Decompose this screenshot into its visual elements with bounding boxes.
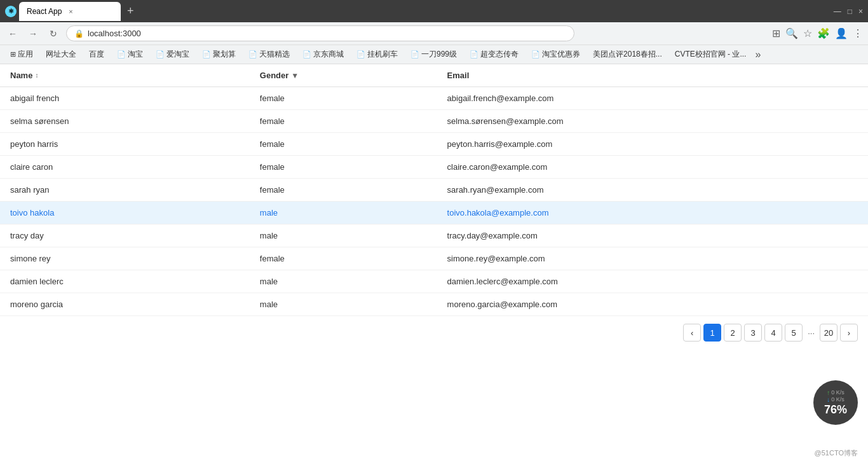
guaji-icon: 📄: [356, 50, 365, 59]
pagination-dots: ···: [805, 328, 817, 338]
cell-name: abigail french: [0, 87, 250, 110]
bookmark-jd-label: 京东商城: [313, 49, 344, 60]
bookmark-yhq-label: 淘宝优惠券: [542, 49, 580, 60]
table-row[interactable]: moreno garciamalemoreno.garcia@example.c…: [0, 293, 868, 316]
url-text: localhost:3000: [88, 29, 141, 38]
table-row[interactable]: sarah ryanfemalesarah.ryan@example.com: [0, 179, 868, 202]
data-table: Name ↕ Gender ▼ Email abigail f: [0, 64, 868, 316]
bookmark-cvte[interactable]: CVTE校招官网 - 业...: [670, 48, 752, 61]
column-header-email: Email: [437, 64, 868, 87]
name-sort-icon[interactable]: ↕: [35, 72, 38, 79]
juhuasuan-icon: 📄: [202, 50, 211, 59]
page-1-button[interactable]: 1: [703, 324, 721, 342]
active-tab[interactable]: React App ×: [19, 2, 121, 21]
translate-icon[interactable]: ⊞: [772, 27, 780, 39]
bookmark-ydao[interactable]: 📄 一刀999级: [405, 48, 462, 61]
gender-column-label: Gender: [260, 71, 289, 80]
bookmark-apps[interactable]: ⊞ 应用: [5, 48, 38, 61]
cell-email: abigail.french@example.com: [437, 87, 868, 110]
new-tab-button[interactable]: +: [123, 4, 138, 18]
bookmark-wangzhi-label: 网址大全: [46, 49, 76, 60]
bookmark-baidu[interactable]: 百度: [84, 48, 109, 61]
refresh-button[interactable]: ↻: [46, 29, 61, 39]
table-row[interactable]: peyton harrisfemalepeyton.harris@example…: [0, 133, 868, 156]
maximize-button[interactable]: □: [848, 7, 852, 16]
cell-gender: female: [250, 179, 437, 202]
browser-chrome: ⚛ React App × + — □ ×: [0, 0, 868, 22]
page-20-button[interactable]: 20: [820, 324, 837, 342]
bookmark-jd[interactable]: 📄 京东商城: [297, 48, 349, 61]
gender-filter-icon[interactable]: ▼: [291, 71, 299, 80]
forward-button[interactable]: →: [25, 29, 41, 39]
url-box[interactable]: 🔒 localhost:3000: [66, 25, 574, 41]
cell-email: peyton.harris@example.com: [437, 133, 868, 156]
table-row[interactable]: claire caronfemaleclaire.caron@example.c…: [0, 156, 868, 179]
table-row[interactable]: simone reyfemalesimone.rey@example.com: [0, 247, 868, 270]
bookmark-chaobianzhuanq[interactable]: 📄 超变态传奇: [465, 48, 524, 61]
next-page-button[interactable]: ›: [840, 324, 858, 342]
table-row[interactable]: abigail frenchfemaleabigail.french@examp…: [0, 87, 868, 110]
cell-email: sarah.ryan@example.com: [437, 179, 868, 202]
bookmark-ydao-label: 一刀999级: [421, 49, 457, 60]
page-4-button[interactable]: 4: [764, 324, 782, 342]
ydao-icon: 📄: [410, 50, 419, 59]
column-header-gender[interactable]: Gender ▼: [250, 64, 437, 87]
search-icon[interactable]: 🔍: [785, 27, 798, 39]
bookmark-taobao[interactable]: 📄 淘宝: [112, 48, 148, 61]
browser-logo: ⚛: [5, 6, 17, 17]
pagination: ‹ 1 2 3 4 5 ··· 20 ›: [0, 316, 868, 349]
name-column-label: Name: [10, 71, 32, 80]
cell-name: selma sørensen: [0, 110, 250, 133]
bookmarks-bar: ⊞ 应用 网址大全 百度 📄 淘宝 📄 爱淘宝 📄 聚划算 📄 天猫精选 📄 京…: [0, 45, 868, 64]
close-window-button[interactable]: ×: [858, 7, 863, 16]
bookmark-taobao-yhq[interactable]: 📄 淘宝优惠券: [526, 48, 585, 61]
cell-gender: female: [250, 87, 437, 110]
bookmark-wangzhi[interactable]: 网址大全: [41, 48, 81, 61]
extension-icon[interactable]: 🧩: [817, 27, 830, 39]
minimize-button[interactable]: —: [834, 7, 841, 16]
table-row[interactable]: selma sørensenfemaleselma.sørensen@examp…: [0, 110, 868, 133]
bookmark-meituan-label: 美团点评2018春招...: [593, 49, 662, 60]
table-row[interactable]: damien leclercmaledamien.leclerc@example…: [0, 270, 868, 293]
email-column-label: Email: [447, 71, 470, 80]
cell-email: damien.leclerc@example.com: [437, 270, 868, 293]
cell-gender: female: [250, 156, 437, 179]
bookmark-tianmao-label: 天猫精选: [259, 49, 290, 60]
cell-email: moreno.garcia@example.com: [437, 293, 868, 316]
bookmark-aitaobao-label: 爱淘宝: [166, 49, 189, 60]
tab-title: React App: [27, 7, 62, 16]
table-row[interactable]: toivo hakolamaletoivo.hakola@example.com: [0, 202, 868, 225]
tianmao-icon: 📄: [248, 50, 257, 59]
tab-close-button[interactable]: ×: [65, 6, 76, 17]
table-row[interactable]: tracy daymaletracy.day@example.com: [0, 225, 868, 247]
cell-name: moreno garcia: [0, 293, 250, 316]
cell-email: tracy.day@example.com: [437, 225, 868, 247]
column-header-name[interactable]: Name ↕: [0, 64, 250, 87]
bookmark-juhuasuan[interactable]: 📄 聚划算: [197, 48, 241, 61]
apps-icon: ⊞: [10, 50, 16, 59]
bookmark-icon[interactable]: ☆: [803, 27, 812, 39]
bookmarks-more-button[interactable]: »: [755, 49, 761, 60]
bookmark-guaji[interactable]: 📄 挂机刷车: [351, 48, 403, 61]
page-3-button[interactable]: 3: [744, 324, 762, 342]
back-button[interactable]: ←: [5, 29, 20, 39]
bookmark-guaji-label: 挂机刷车: [367, 49, 398, 60]
bookmark-cvte-label: CVTE校招官网 - 业...: [675, 49, 747, 60]
prev-page-button[interactable]: ‹: [683, 324, 701, 342]
bookmark-meituan[interactable]: 美团点评2018春招...: [588, 48, 667, 61]
main-content: Name ↕ Gender ▼ Email abigail f: [0, 64, 868, 349]
lock-icon: 🔒: [74, 29, 84, 38]
bookmark-apps-label: 应用: [18, 49, 33, 60]
bookmark-tianmao[interactable]: 📄 天猫精选: [243, 48, 295, 61]
cell-email: claire.caron@example.com: [437, 156, 868, 179]
cell-email: toivo.hakola@example.com: [437, 202, 868, 225]
cell-email: simone.rey@example.com: [437, 247, 868, 270]
window-controls: — □ ×: [834, 7, 863, 16]
address-bar: ← → ↻ 🔒 localhost:3000 ⊞ 🔍 ☆ 🧩 👤 ⋮: [0, 22, 868, 45]
cell-name: tracy day: [0, 225, 250, 247]
page-2-button[interactable]: 2: [724, 324, 742, 342]
profile-icon[interactable]: 👤: [835, 27, 848, 39]
bookmark-aitaobao[interactable]: 📄 爱淘宝: [151, 48, 194, 61]
page-5-button[interactable]: 5: [785, 324, 803, 342]
menu-icon[interactable]: ⋮: [853, 27, 863, 39]
